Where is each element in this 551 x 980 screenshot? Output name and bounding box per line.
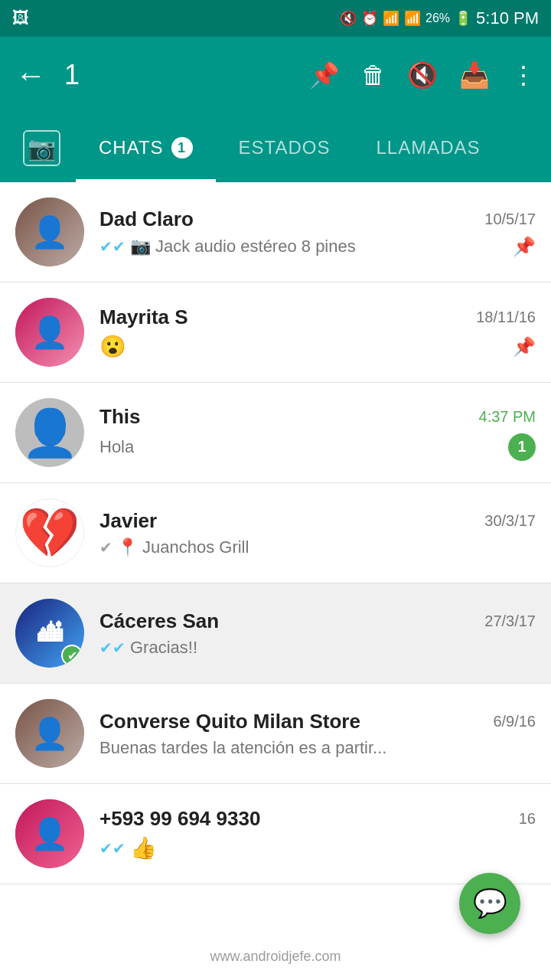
avatar-caceres: 🏙 ✔ [15, 599, 84, 668]
avatar-dad-claro: 👤 [15, 198, 84, 266]
chat-content-converse: Converse Quito Milan Store 6/9/16 Buenas… [99, 710, 536, 758]
tabs: 📷 CHATS 1 ESTADOS LLAMADAS [0, 113, 551, 182]
chat-time-this: 4:37 PM [479, 408, 536, 426]
wifi-icon: 📶 [383, 10, 399, 27]
chat-item-caceres[interactable]: 🏙 ✔ Cáceres San 27/3/17 ✔✔ Gracias!! [0, 583, 551, 684]
chat-content-caceres: Cáceres San 27/3/17 ✔✔ Gracias!! [99, 609, 536, 658]
chat-top-phone: +593 99 694 9330 16 [99, 807, 536, 831]
tab-llamadas[interactable]: LLAMADAS [353, 113, 503, 182]
chat-preview-caceres: ✔✔ Gracias!! [99, 638, 197, 658]
pin-indicator-dad-claro: 📌 [513, 236, 536, 257]
emoji-mayrita: 😮 [99, 334, 126, 359]
ticks-caceres: ✔✔ [99, 639, 126, 657]
tab-chats[interactable]: CHATS 1 [76, 113, 216, 182]
chat-top-mayrita: Mayrita S 18/11/16 [99, 305, 536, 329]
status-bar: 🖼 🔇 ⏰ 📶 📶 26% 🔋 5:10 PM [0, 0, 551, 37]
chats-badge: 1 [171, 137, 193, 158]
chat-top-this: This 4:37 PM [99, 405, 536, 429]
chat-name-converse: Converse Quito Milan Store [99, 710, 360, 733]
ticks-javier: ✔ [99, 538, 112, 557]
media-icon-dad-claro: 📷 [130, 237, 151, 256]
chat-item-mayrita[interactable]: 👤 Mayrita S 18/11/16 😮 📌 [0, 283, 551, 383]
tab-estados[interactable]: ESTADOS [216, 113, 354, 182]
chat-item-this[interactable]: 👤 This 4:37 PM Hola 1 [0, 383, 551, 483]
chat-name-javier: Javier [99, 509, 157, 533]
chat-time-javier: 30/3/17 [484, 512, 536, 530]
chat-bottom-converse: Buenas tardes la atención es a partir... [99, 738, 536, 758]
tab-llamadas-label: LLAMADAS [376, 137, 480, 158]
chat-bottom-caceres: ✔✔ Gracias!! [99, 638, 536, 658]
selection-count: 1 [64, 59, 291, 91]
watermark: www.androidjefe.com [210, 949, 341, 965]
tab-chats-label: CHATS [99, 137, 164, 158]
chat-name-mayrita: Mayrita S [99, 305, 188, 329]
chat-content-this: This 4:37 PM Hola 1 [99, 405, 536, 461]
pin-indicator-mayrita: 📌 [513, 336, 536, 358]
default-avatar-icon: 👤 [21, 406, 79, 460]
chat-item-dad-claro[interactable]: 👤 Dad Claro 10/5/17 ✔✔ 📷 Jack audio esté… [0, 182, 551, 283]
emoji-phone: 👍 [130, 835, 157, 861]
action-icons: 📌 🗑 🔇 📥 ⋮ [309, 60, 536, 90]
new-chat-fab[interactable]: 💬 [459, 873, 520, 934]
more-action-icon[interactable]: ⋮ [511, 60, 536, 90]
photo-icon: 🖼 [12, 8, 29, 28]
location-icon-javier: 📍 [117, 537, 138, 557]
back-button[interactable]: ← [15, 58, 46, 93]
status-time: 5:10 PM [476, 8, 539, 28]
chat-content-dad-claro: Dad Claro 10/5/17 ✔✔ 📷 Jack audio estére… [99, 207, 536, 257]
delete-action-icon[interactable]: 🗑 [361, 61, 386, 90]
chat-name-this: This [99, 405, 140, 429]
chat-bottom-javier: ✔ 📍 Juanchos Grill [99, 537, 536, 557]
chat-content-mayrita: Mayrita S 18/11/16 😮 📌 [99, 305, 536, 359]
chat-content-phone: +593 99 694 9330 16 ✔✔ 👍 [99, 807, 536, 861]
avatar-javier: 💔 [15, 498, 84, 567]
action-bar: ← 1 📌 🗑 🔇 📥 ⋮ [0, 37, 551, 113]
battery-percent: 26% [425, 11, 450, 25]
chat-item-javier[interactable]: 💔 Javier 30/3/17 ✔ 📍 Juanchos Grill [0, 483, 551, 583]
avatar-this: 👤 [15, 398, 84, 467]
chat-preview-phone: ✔✔ 👍 [99, 835, 157, 861]
signal-icon: 📶 [404, 10, 421, 27]
chat-bottom-this: Hola 1 [99, 433, 536, 461]
chat-top-dad-claro: Dad Claro 10/5/17 [99, 207, 536, 231]
unread-badge-this: 1 [508, 433, 536, 461]
chat-preview-mayrita: 😮 [99, 334, 126, 359]
chat-name-dad-claro: Dad Claro [99, 207, 194, 231]
heart-emoji-icon: 💔 [19, 508, 80, 557]
chat-preview-dad-claro: ✔✔ 📷 Jack audio estéreo 8 pines [99, 237, 356, 256]
chat-preview-this: Hola [99, 437, 134, 457]
ticks-phone: ✔✔ [99, 839, 126, 858]
chat-bottom-mayrita: 😮 📌 [99, 334, 536, 359]
chat-time-phone: 16 [519, 810, 536, 828]
tab-camera[interactable]: 📷 [8, 113, 76, 182]
chat-time-dad-claro: 10/5/17 [484, 211, 536, 228]
chat-preview-converse: Buenas tardes la atención es a partir... [99, 738, 386, 758]
verified-badge-caceres: ✔ [61, 645, 83, 666]
chat-list: 👤 Dad Claro 10/5/17 ✔✔ 📷 Jack audio esté… [0, 182, 551, 884]
mute-action-icon[interactable]: 🔇 [407, 60, 438, 90]
chat-name-phone: +593 99 694 9330 [99, 807, 260, 831]
ticks-dad-claro: ✔✔ [99, 237, 126, 256]
chat-top-converse: Converse Quito Milan Store 6/9/16 [99, 710, 536, 733]
chat-top-javier: Javier 30/3/17 [99, 509, 536, 533]
camera-icon: 📷 [23, 130, 60, 166]
alarm-icon: ⏰ [361, 10, 378, 27]
chat-time-caceres: 27/3/17 [484, 612, 536, 630]
chat-content-javier: Javier 30/3/17 ✔ 📍 Juanchos Grill [99, 509, 536, 557]
mute-status-icon: 🔇 [340, 10, 357, 27]
chat-time-mayrita: 18/11/16 [476, 309, 536, 326]
new-chat-icon: 💬 [473, 887, 507, 920]
chat-item-phone[interactable]: 👤 +593 99 694 9330 16 ✔✔ 👍 [0, 784, 551, 884]
chat-item-converse[interactable]: 👤 Converse Quito Milan Store 6/9/16 Buen… [0, 684, 551, 784]
archive-action-icon[interactable]: 📥 [459, 60, 490, 90]
chat-name-caceres: Cáceres San [99, 609, 219, 633]
avatar-mayrita: 👤 [15, 298, 84, 367]
status-icons: 🔇 ⏰ 📶 📶 26% 🔋 5:10 PM [340, 8, 539, 28]
tab-estados-label: ESTADOS [239, 137, 331, 158]
pin-action-icon[interactable]: 📌 [309, 60, 340, 90]
chat-time-converse: 6/9/16 [493, 713, 536, 730]
chat-bottom-phone: ✔✔ 👍 [99, 835, 536, 861]
avatar-converse: 👤 [15, 699, 84, 768]
chat-bottom-dad-claro: ✔✔ 📷 Jack audio estéreo 8 pines 📌 [99, 236, 536, 257]
battery-icon: 🔋 [455, 10, 471, 27]
